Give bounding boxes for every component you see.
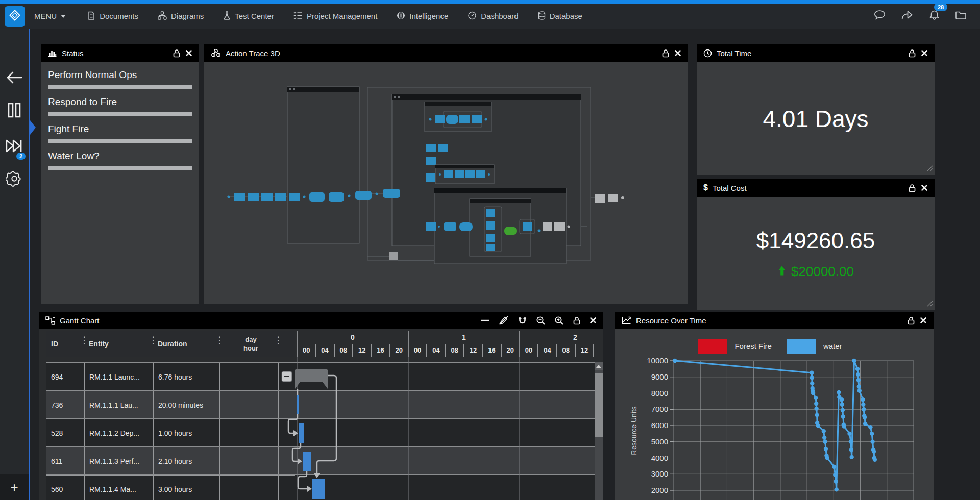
cell-empty [278, 447, 295, 475]
bell-icon [929, 10, 940, 23]
close-icon[interactable] [921, 184, 928, 191]
gantt-icon [45, 316, 55, 325]
column-resize-grip[interactable]: ⋮ [215, 337, 225, 344]
cell-entity: RM.1.1 Launc... [84, 363, 153, 391]
menu-button[interactable]: MENU [34, 12, 66, 20]
nav-item-label: Diagrams [171, 12, 204, 20]
close-icon[interactable] [590, 317, 597, 324]
cell-day-hour [219, 447, 278, 475]
close-icon[interactable] [185, 49, 192, 57]
lock-icon[interactable] [573, 316, 581, 325]
gantt-row-694[interactable]: 694 RM.1.1 Launc... 6.76 hours [46, 362, 595, 390]
sidebar-expand-handle[interactable] [30, 120, 36, 135]
nav-item-label: Documents [100, 12, 138, 20]
column-header-duration[interactable]: Duration [153, 331, 219, 357]
cell-empty [278, 475, 295, 500]
panel-title: Action Trace 3D [226, 49, 280, 58]
panel-status: Status Perform Normal Ops Respond to Fir… [41, 44, 199, 304]
total-cost-panel-header[interactable]: $ Total Cost [697, 179, 935, 197]
column-header-id[interactable]: ID [46, 331, 84, 357]
gauge-icon [468, 11, 477, 21]
top-navbar: MENU DocumentsDiagramsTest CenterProject… [0, 4, 980, 29]
zoom-in-icon[interactable] [554, 316, 564, 326]
lock-icon[interactable] [908, 184, 916, 192]
app: MENU DocumentsDiagramsTest CenterProject… [0, 0, 980, 500]
chevron-down-icon [61, 15, 66, 18]
gantt-panel-header[interactable]: Gantt Chart [39, 312, 603, 329]
collapse-icon[interactable] [480, 316, 490, 325]
gear-icon[interactable] [0, 170, 29, 187]
column-header-entity[interactable]: Entity [84, 331, 153, 357]
checklist-icon [293, 11, 303, 21]
timeline-hour-cell: 08 [334, 344, 353, 357]
nav-item-test-center[interactable]: Test Center [223, 11, 274, 21]
status-progress-bar [48, 139, 192, 143]
column-resize-grip[interactable]: ⋮ [274, 337, 283, 344]
chip-icon [397, 11, 405, 21]
panel-total-time: Total Time 4.01 Days [697, 44, 935, 175]
gantt-row-736[interactable]: 736 RM.1.1.1 Lau... 20.00 minutes [46, 390, 595, 418]
column-resize-grip[interactable]: ⋮ [149, 337, 158, 344]
svg-text:Resource Units: Resource Units [630, 406, 638, 455]
no-edit-icon[interactable] [499, 316, 509, 325]
cell-id: 736 [46, 391, 84, 419]
resize-handle-icon[interactable] [927, 299, 933, 309]
status-item-label: Perform Normal Ops [48, 69, 192, 81]
action-trace-3d-view[interactable] [204, 62, 688, 304]
resize-handle-icon[interactable] [927, 164, 933, 173]
zoom-out-icon[interactable] [536, 316, 546, 326]
bar-chart-icon [47, 49, 57, 57]
status-panel-header[interactable]: Status [41, 44, 199, 62]
pause-icon[interactable] [0, 103, 29, 118]
nav-items: DocumentsDiagramsTest CenterProject Mana… [87, 11, 582, 21]
column-header-day-hour[interactable]: day hour [219, 331, 278, 357]
lock-icon[interactable] [173, 49, 181, 58]
panel-resource-over-time: Resource Over Time Forest Fire water 100… [615, 312, 934, 500]
magnet-icon[interactable] [518, 316, 527, 325]
gantt-row-611[interactable]: 611 RM.1.1.3 Perf... 2.10 hours [46, 446, 595, 474]
panel-title: Gantt Chart [60, 316, 100, 325]
add-panel-button[interactable]: + [0, 474, 29, 500]
gantt-row-528[interactable]: 528 RM.1.1.2 Dep... 1.00 hours [46, 418, 595, 446]
action-trace-panel-header[interactable]: Action Trace 3D [204, 44, 688, 62]
panel-action-trace-3d: Action Trace 3D [204, 44, 688, 304]
app-logo[interactable] [5, 6, 25, 27]
close-icon[interactable] [921, 49, 928, 57]
document-icon [87, 11, 95, 21]
fast-forward-icon[interactable] [0, 139, 29, 153]
cell-duration: 20.00 minutes [153, 391, 219, 419]
lock-icon[interactable] [908, 49, 916, 58]
nav-item-label: Database [550, 12, 582, 20]
scrollbar-thumb[interactable] [595, 373, 603, 437]
arrow-up-icon [777, 264, 786, 280]
chat-button[interactable] [874, 10, 886, 22]
sidebar-divider [29, 29, 30, 500]
nav-item-database[interactable]: Database [538, 11, 582, 21]
nav-item-diagrams[interactable]: Diagrams [158, 11, 204, 21]
back-arrow-icon[interactable] [0, 71, 29, 84]
nav-item-intelligence[interactable]: Intelligence [397, 11, 448, 21]
share-button[interactable] [901, 10, 914, 22]
timeline-hour-cell: 00 [297, 344, 315, 357]
hour-label: hour [243, 344, 258, 353]
folder-icon [955, 10, 967, 22]
timeline-hour-cell: 04 [427, 344, 445, 357]
nav-item-project-management[interactable]: Project Management [293, 11, 377, 21]
timeline-hour-cell: 12 [464, 344, 482, 357]
scroll-up-button[interactable] [595, 362, 603, 370]
timeline-hour-cell: 04 [538, 344, 556, 357]
nav-item-dashboard[interactable]: Dashboard [468, 11, 518, 21]
total-time-panel-header[interactable]: Total Time [697, 44, 935, 62]
gantt-row-560[interactable]: 560 RM.1.1.4 Ma... 3.00 hours [46, 474, 595, 500]
timeline-hour-cell: 00 [408, 344, 427, 357]
svg-text:6000: 6000 [651, 421, 668, 430]
gantt-vertical-scrollbar[interactable] [595, 362, 603, 500]
folder-button[interactable] [955, 10, 967, 22]
cell-id: 560 [46, 475, 84, 500]
nav-item-documents[interactable]: Documents [87, 11, 138, 21]
close-icon[interactable] [674, 49, 681, 57]
bell-button[interactable]: 28 [929, 10, 940, 23]
lock-icon[interactable] [662, 49, 670, 58]
column-resize-grip[interactable]: ⋮ [80, 337, 89, 344]
cell-day-hour [219, 475, 278, 500]
